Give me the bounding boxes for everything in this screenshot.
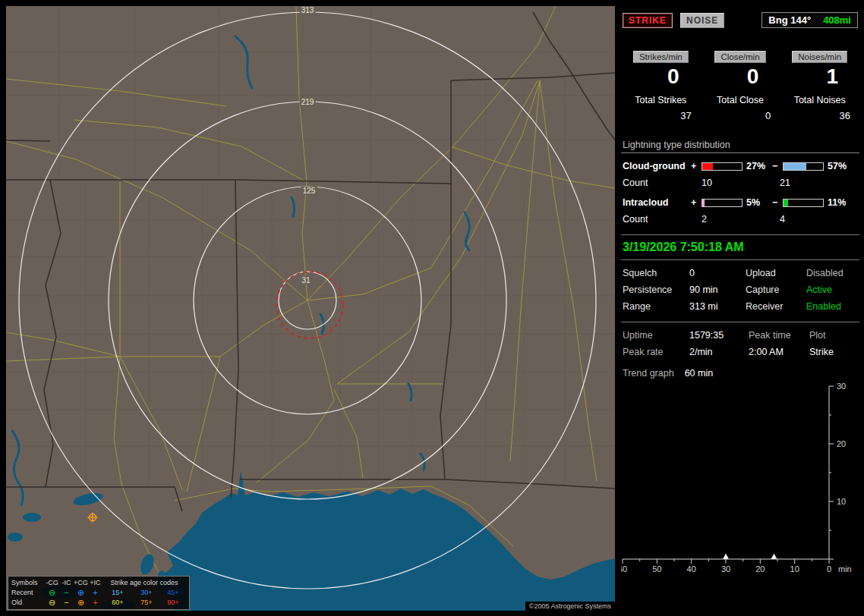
trend-graph-row: Trend graph 60 min [623,368,859,379]
svg-text:30: 30 [837,383,846,391]
svg-text:10: 10 [790,564,799,574]
recent-ic-minus-icon: − [59,588,74,598]
noises-per-min-label: Noises/min [792,51,847,63]
receiver-label: Receiver [746,301,806,312]
recent-cg-minus-icon: ⊖ [45,588,59,598]
legend-age-60: 60+ [102,598,133,608]
range-label: Range [623,301,689,312]
divider [621,322,859,322]
total-strikes-label: Total Strikes [621,95,701,105]
peak-time-value: 2:00 AM [749,347,809,357]
svg-text:10: 10 [837,497,846,506]
persistence-value: 90 min [689,284,746,295]
recent-ic-plus-icon: + [88,588,102,598]
intracloud-counts: Count 2 4 [621,214,859,225]
ring-label-125: 125 [301,187,317,195]
ic-plus-count: 2 [691,214,769,225]
uptime-label: Uptime [623,330,689,341]
map-legend: Symbols -CG -IC +CG +IC Strike age color… [8,576,190,610]
intracloud-row: Intracloud + 5% − 11% [621,197,859,208]
close-per-min-label: Close/min [714,51,765,63]
cg-minus-percent: 57% [828,161,853,171]
mode-toolbar: STRIKE NOISE Bng 144° 408mi [623,12,858,28]
recent-cg-plus-icon: ⊕ [74,588,88,598]
ring-label-313: 313 [300,6,316,14]
svg-text:60: 60 [621,564,627,574]
svg-text:30: 30 [721,564,730,574]
trend-graph-window: 60 min [685,368,714,379]
legend-age-header: Strike age color codes [102,578,186,588]
copyright-text: ©2005 Astrogenic Systems [525,602,615,611]
legend-age-45: 45+ [160,588,186,598]
cg-minus-count: 21 [769,178,847,188]
uptime-value: 1579:35 [689,330,749,341]
ring-label-31: 31 [300,276,311,284]
total-close-label: Total Close [701,95,780,105]
minus-sign: − [772,161,783,171]
peak-rate-label: Peak rate [623,347,689,357]
old-ic-plus-icon: + [88,598,102,608]
cg-plus-bar [702,162,743,171]
legend-col-cg-minus: -CG [45,578,59,588]
storm-map[interactable]: 313 219 125 31 Symbols -CG -IC +CG +IC S… [6,6,615,611]
peak-rate-value: 2/min [689,347,749,357]
count-label: Count [623,178,691,188]
legend-age-30: 30+ [133,588,160,598]
bearing-label: Bng 144° [768,14,811,26]
strikes-per-min-value: 0 [621,64,701,89]
rate-boxes: Strikes/min 0 Close/min 0 Noises/min 1 [621,51,859,89]
old-cg-minus-icon: ⊖ [45,598,59,608]
bearing-distance: 408mi [823,14,851,26]
ring-label-219: 219 [300,98,316,106]
ic-minus-bar [783,199,824,207]
cloud-ground-label: Cloud-ground [623,161,691,171]
settings-grid: Squelch 0 Upload Disabled Persistence 90… [623,268,859,312]
svg-text:50: 50 [652,564,661,574]
cg-minus-bar [783,162,824,171]
legend-age-90: 90+ [160,598,186,608]
receiver-status: Enabled [806,301,859,312]
nexstorm-window: { "map": { "ring_labels": ["313", "219",… [0,0,864,616]
close-per-min-value: 0 [701,64,780,89]
clock-readout: 3/19/2026 7:50:18 AM [623,240,859,254]
svg-text:0: 0 [827,564,831,574]
upload-label: Upload [746,268,806,278]
ic-minus-percent: 11% [828,197,853,208]
legend-age-75: 75+ [133,598,160,608]
cloud-ground-row: Cloud-ground + 27% − 57% [621,161,859,171]
svg-text:20: 20 [837,439,846,448]
ic-plus-percent: 5% [746,197,772,208]
status-panel: STRIKE NOISE Bng 144° 408mi Strikes/min … [621,6,859,611]
minus-sign: − [772,197,783,208]
capture-label: Capture [746,284,806,295]
map-graphic [6,6,615,611]
totals: Total Strikes 37 Total Close 0 Total Noi… [621,95,859,121]
cloud-ground-counts: Count 10 21 [621,178,859,188]
old-ic-minus-icon: − [59,598,74,608]
strike-mode-button[interactable]: STRIKE [623,13,673,28]
legend-row-old: Old [11,598,45,608]
trend-graph-label: Trend graph [623,368,674,379]
old-cg-plus-icon: ⊕ [74,598,88,608]
upload-status: Disabled [806,268,859,278]
legend-col-cg-plus: +CG [74,578,88,588]
cg-plus-percent: 27% [746,161,772,171]
squelch-value: 0 [689,268,746,278]
svg-text:min: min [838,564,852,574]
total-noises-label: Total Noises [780,95,859,105]
range-value: 313 mi [689,301,746,312]
noise-mode-button[interactable]: NOISE [680,13,724,28]
peak-time-label: Peak time [749,330,809,341]
squelch-label: Squelch [623,268,689,278]
svg-text:40: 40 [687,564,696,574]
total-close-value: 0 [701,110,780,121]
bearing-readout: Bng 144° 408mi [762,12,858,28]
plot-value: Strike [809,347,859,357]
plot-label: Plot [809,330,859,341]
plus-sign: + [691,161,702,171]
svg-text:20: 20 [755,564,765,574]
strikes-per-min-label: Strikes/min [633,51,689,63]
legend-col-ic-plus: +IC [88,578,102,588]
cg-plus-count: 10 [691,178,769,188]
divider [621,234,859,235]
